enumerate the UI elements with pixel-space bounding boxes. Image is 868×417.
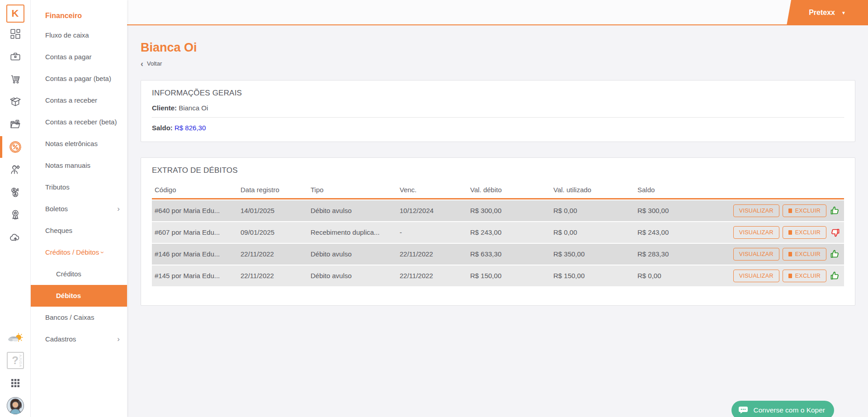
col-header-saldo: Saldo [635, 183, 739, 199]
sidebar-item-fluxo-de-caixa[interactable]: Fluxo de caixa [31, 24, 127, 46]
col-header-data-registro: Data registro [238, 183, 308, 199]
cell-debit: R$ 150,00 [467, 265, 551, 286]
rail-item-certificates[interactable] [0, 204, 30, 226]
sidebar-item-bancos-caixas[interactable]: Bancos / Caixas [31, 307, 127, 328]
view-button[interactable]: VISUALIZAR [733, 248, 779, 261]
chevron-right-icon: › [117, 206, 120, 212]
client-value: Bianca Oi [179, 104, 208, 112]
client-row: Cliente: Bianca Oi [152, 104, 844, 112]
cell-due: 22/11/2022 [397, 265, 467, 286]
general-info-card: INFORMAÇÕES GERAIS Cliente: Bianca Oi Sa… [141, 80, 855, 142]
rail-item-financeiro[interactable] [0, 136, 30, 158]
balance-row: Saldo: R$ 826,30 [152, 124, 844, 132]
chat-bubble-icon [738, 405, 749, 416]
app-window: K [0, 0, 868, 417]
thumb-status-icon[interactable] [830, 270, 840, 281]
delete-button[interactable]: EXCLUIR [783, 248, 826, 261]
rail-item-briefcase[interactable] [0, 45, 30, 68]
sidebar-item-debitos[interactable]: Débitos [31, 285, 127, 307]
cell-debit: R$ 300,00 [467, 200, 551, 221]
caret-down-icon: ▼ [841, 10, 846, 15]
k-logo[interactable]: K [6, 5, 24, 23]
dashboard-icon [9, 28, 21, 40]
table-row: #640 por Maria Edu... 14/01/2025 Débito … [152, 200, 844, 221]
balance-value: R$ 826,30 [175, 124, 206, 132]
back-button[interactable]: ‹ Voltar [141, 60, 162, 67]
general-info-title: INFORMAÇÕES GERAIS [152, 89, 844, 98]
cloud-upload-icon [9, 231, 22, 244]
cell-type: Recebimento duplica... [308, 222, 397, 243]
cell-code: #640 por Maria Edu... [152, 200, 238, 221]
rail-item-products[interactable] [0, 90, 30, 113]
page-title: Bianca Oi [141, 41, 855, 55]
package-icon [9, 96, 21, 108]
cell-balance: R$ 283,30 [635, 244, 739, 265]
rail-item-services[interactable] [0, 158, 30, 181]
trash-icon [788, 252, 792, 256]
thumb-status-icon[interactable] [830, 205, 840, 216]
delete-button[interactable]: EXCLUIR [783, 204, 826, 217]
cell-due: 10/12/2024 [397, 200, 467, 221]
cell-code: #607 por Maria Edu... [152, 222, 238, 243]
k-logo-letter: K [12, 8, 19, 19]
cell-code: #145 por Maria Edu... [152, 265, 238, 286]
sidebar-item-contas-a-receber[interactable]: Contas a receber [31, 90, 127, 111]
sidebar-item-contas-a-receber-beta[interactable]: Contas a receber (beta) [31, 111, 127, 133]
cart-icon [9, 73, 21, 85]
view-button[interactable]: VISUALIZAR [733, 204, 779, 217]
help-icon: ? AJUDA [7, 352, 24, 369]
balance-label: Saldo: [152, 124, 173, 132]
badge-icon [9, 209, 21, 221]
rail-item-apps[interactable] [0, 372, 30, 394]
sidebar-item-creditos[interactable]: Créditos [31, 263, 127, 285]
table-row: #145 por Maria Edu... 22/11/2022 Débito … [152, 265, 844, 286]
sidebar-item-creditos-debitos[interactable]: Créditos / Débitos › [31, 242, 127, 263]
trash-icon [788, 230, 792, 235]
chevron-right-icon: › [117, 336, 120, 342]
rail-item-help[interactable]: ? AJUDA [0, 349, 30, 372]
delete-button[interactable]: EXCLUIR [783, 270, 826, 282]
cell-due: 22/11/2022 [397, 244, 467, 265]
sidebar-item-notas-manuais[interactable]: Notas manuais [31, 155, 127, 176]
debits-table: Código Data registro Tipo Venc. Val. déb… [152, 182, 844, 287]
rail-item-profile[interactable] [0, 394, 30, 417]
main-area: Pretexx ▼ Bianca Oi ‹ Voltar INFORMAÇÕES… [127, 0, 868, 417]
sidebar-item-cadastros[interactable]: Cadastros › [31, 328, 127, 350]
sidebar-item-contas-a-pagar[interactable]: Contas a pagar [31, 46, 127, 68]
chevron-down-icon: › [99, 251, 108, 254]
sidebar-item-contas-a-pagar-beta[interactable]: Contas a pagar (beta) [31, 68, 127, 90]
thumb-status-icon[interactable] [830, 249, 840, 260]
apps-grid-icon [10, 378, 21, 389]
sidebar-item-cheques[interactable]: Cheques [31, 220, 127, 242]
delete-button[interactable]: EXCLUIR [783, 226, 826, 239]
cell-used: R$ 350,00 [551, 244, 635, 265]
cell-debit: R$ 243,00 [467, 222, 551, 243]
money-folder-icon [9, 118, 21, 130]
view-button[interactable]: VISUALIZAR [733, 270, 779, 282]
cell-used: R$ 0,00 [551, 222, 635, 243]
rail-item-finances-folder[interactable] [0, 113, 30, 136]
rail-item-purchases[interactable] [0, 68, 30, 90]
page-content: Bianca Oi ‹ Voltar INFORMAÇÕES GERAIS Cl… [127, 25, 868, 417]
thumb-status-icon[interactable] [830, 227, 840, 238]
chat-widget-button[interactable]: Converse com o Koper [731, 401, 834, 417]
sidebar-financeiro: Financeiro Fluxo de caixa Contas a pagar… [31, 0, 127, 417]
rail-item-people[interactable] [0, 181, 30, 204]
col-header-venc: Venc. [397, 183, 467, 199]
briefcase-icon [9, 51, 21, 62]
rail-item-weather[interactable] [0, 327, 30, 349]
debits-statement-card: EXTRATO DE DÉBITOS Código Data registro … [141, 157, 855, 306]
cell-used: R$ 0,00 [551, 200, 635, 221]
trash-icon [788, 274, 792, 278]
sidebar-item-boletos[interactable]: Boletos › [31, 198, 127, 220]
col-header-codigo: Código [152, 183, 238, 199]
view-button[interactable]: VISUALIZAR [733, 226, 779, 239]
col-header-tipo: Tipo [308, 183, 397, 199]
tenant-selector[interactable]: Pretexx ▼ [787, 0, 868, 25]
cell-type: Débito avulso [308, 265, 397, 286]
rail-item-cloud[interactable] [0, 226, 30, 249]
cell-date: 09/01/2025 [238, 222, 308, 243]
sidebar-item-notas-eletronicas[interactable]: Notas eletrônicas [31, 133, 127, 155]
rail-item-dashboard[interactable] [0, 23, 30, 45]
sidebar-item-tributos[interactable]: Tributos [31, 176, 127, 198]
